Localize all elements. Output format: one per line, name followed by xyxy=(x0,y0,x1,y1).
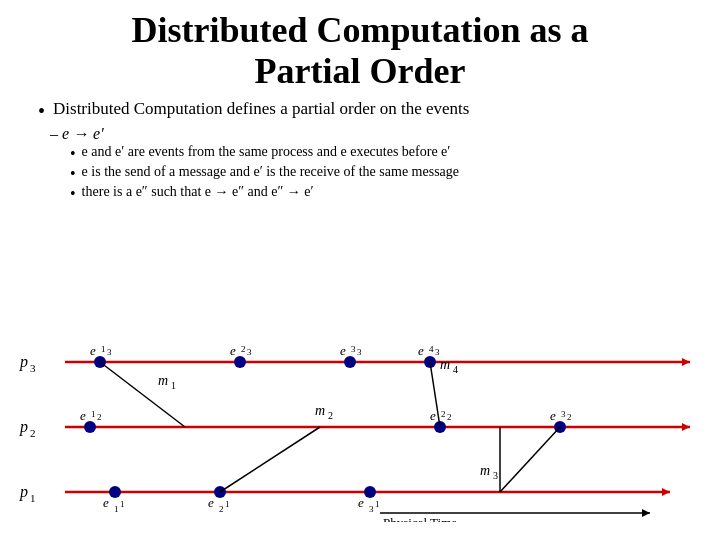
sub-bullet-2: • e is the send of a message and e′ is t… xyxy=(70,164,700,183)
svg-text:e: e xyxy=(230,343,236,358)
svg-text:2: 2 xyxy=(30,427,36,439)
p3-label: p xyxy=(19,353,28,371)
event-e33 xyxy=(344,356,356,368)
p2-label: p xyxy=(19,418,28,436)
svg-text:e: e xyxy=(358,495,364,510)
svg-text:3: 3 xyxy=(357,347,362,357)
event-e23 xyxy=(234,356,246,368)
sub-bullet-dot-3: • xyxy=(70,184,76,203)
svg-text:3: 3 xyxy=(493,470,498,481)
svg-text:2: 2 xyxy=(97,412,102,422)
svg-text:1: 1 xyxy=(120,499,125,509)
event-e11 xyxy=(109,486,121,498)
svg-text:1: 1 xyxy=(91,409,96,419)
sub-bullet-1: • e and e′ are events from the same proc… xyxy=(70,144,700,163)
sub-bullet-dot-2: • xyxy=(70,164,76,183)
svg-text:e: e xyxy=(550,408,556,423)
sub-bullet-dot-1: • xyxy=(70,144,76,163)
p1-label: p xyxy=(19,483,28,501)
svg-text:e: e xyxy=(80,408,86,423)
svg-text:e: e xyxy=(418,343,424,358)
m2-arrow xyxy=(220,427,320,492)
slide-title: Distributed Computation as a Partial Ord… xyxy=(20,10,700,93)
title-line1: Distributed Computation as a xyxy=(131,10,588,50)
diagram-svg: p 3 p 2 p 1 e 1 3 m 1 e 2 3 e 3 3 xyxy=(10,317,710,522)
svg-marker-5 xyxy=(662,488,670,496)
svg-text:3: 3 xyxy=(30,362,36,374)
svg-text:1: 1 xyxy=(30,492,36,504)
svg-text:1: 1 xyxy=(101,344,106,354)
svg-text:1: 1 xyxy=(114,504,119,514)
svg-text:4: 4 xyxy=(453,364,458,375)
m3-arrow xyxy=(500,427,560,492)
sub-bullet-text-3: there is a e″ such that e → e″ and e″ → … xyxy=(82,184,314,200)
m3-label: m xyxy=(480,463,490,478)
svg-text:3: 3 xyxy=(351,344,356,354)
svg-text:3: 3 xyxy=(107,347,112,357)
svg-text:e: e xyxy=(103,495,109,510)
title-line2: Partial Order xyxy=(255,51,466,91)
sub-heading-text: – e → e′ xyxy=(50,125,104,142)
main-bullet-text: Distributed Computation defines a partia… xyxy=(53,99,469,119)
sub-bullet-3: • there is a e″ such that e → e″ and e″ … xyxy=(70,184,700,203)
svg-text:2: 2 xyxy=(447,412,452,422)
svg-text:e: e xyxy=(340,343,346,358)
svg-text:1: 1 xyxy=(375,499,380,509)
svg-text:1: 1 xyxy=(171,380,176,391)
sub-bullet-text-1: e and e′ are events from the same proces… xyxy=(82,144,451,160)
m1-label: m xyxy=(158,373,168,388)
svg-text:3: 3 xyxy=(369,504,374,514)
event-e12 xyxy=(84,421,96,433)
svg-text:e: e xyxy=(430,408,436,423)
m4-label: m xyxy=(440,357,450,372)
svg-text:2: 2 xyxy=(441,409,446,419)
svg-text:3: 3 xyxy=(247,347,252,357)
svg-text:1: 1 xyxy=(225,499,230,509)
m1-arrow xyxy=(100,362,185,427)
svg-marker-1 xyxy=(682,358,690,366)
main-bullet: • Distributed Computation defines a part… xyxy=(38,99,700,123)
svg-text:2: 2 xyxy=(241,344,246,354)
bullet-dot: • xyxy=(38,99,45,123)
m2-label: m xyxy=(315,403,325,418)
svg-marker-43 xyxy=(642,509,650,517)
diagram: p 3 p 2 p 1 e 1 3 m 1 e 2 3 e 3 3 xyxy=(10,317,710,522)
svg-text:3: 3 xyxy=(435,347,440,357)
sub-bullet-text-2: e is the send of a message and e′ is the… xyxy=(82,164,459,180)
svg-text:e: e xyxy=(208,495,214,510)
sub-heading: – e → e′ xyxy=(50,125,700,143)
svg-marker-3 xyxy=(682,423,690,431)
svg-text:2: 2 xyxy=(328,410,333,421)
slide: Distributed Computation as a Partial Ord… xyxy=(0,0,720,540)
svg-text:2: 2 xyxy=(567,412,572,422)
svg-text:4: 4 xyxy=(429,344,434,354)
svg-text:3: 3 xyxy=(561,409,566,419)
svg-text:2: 2 xyxy=(219,504,224,514)
event-e31 xyxy=(364,486,376,498)
physical-time-label: Physical Time xyxy=(383,515,457,522)
svg-text:e: e xyxy=(90,343,96,358)
